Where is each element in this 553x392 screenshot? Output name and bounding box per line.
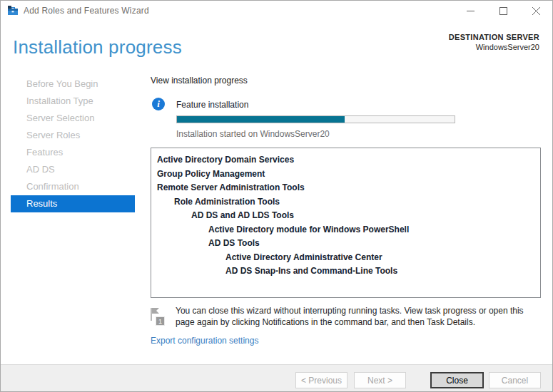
destination-server-name: WindowsServer20 [449,43,539,51]
status-caption: Installation started on WindowsServer20 [176,129,330,139]
previous-button[interactable]: < Previous [295,372,347,388]
destination-server-block: DESTINATION SERVER WindowsServer20 [449,33,539,51]
nav-item-before-you-begin[interactable]: Before You Begin [1,76,135,93]
feature-row: Active Directory module for Windows Powe… [151,223,540,237]
feature-row: Active Directory Administrative Center [151,251,540,265]
notification-count-badge: 1 [156,316,165,326]
note-text: You can close this wizard without interr… [176,305,541,328]
feature-row: AD DS Snap-Ins and Command-Line Tools [151,264,540,279]
feature-row: Active Directory Domain Services [151,153,540,167]
status-title: Feature installation [176,100,248,110]
window-controls [454,1,552,21]
destination-server-label: DESTINATION SERVER [449,33,539,41]
progress-bar [176,115,455,123]
close-button[interactable] [519,1,552,21]
nav-item-results[interactable]: Results [11,195,135,212]
section-title: View installation progress [151,76,248,86]
cancel-button[interactable]: Cancel [489,372,541,388]
nav-item-ad-ds[interactable]: AD DS [1,161,135,178]
info-icon: i [152,98,165,110]
close-wizard-button[interactable]: Close [430,372,484,388]
feature-list[interactable]: Active Directory Domain Services Group P… [151,148,541,298]
minimize-button[interactable] [454,1,487,21]
nav-item-server-selection[interactable]: Server Selection [1,110,135,127]
export-configuration-link[interactable]: Export configuration settings [151,336,258,346]
maximize-button[interactable] [487,1,519,21]
feature-row: Role Administration Tools [151,195,540,210]
feature-row: AD DS and AD LDS Tools [151,209,540,223]
nav-item-server-roles[interactable]: Server Roles [1,127,135,144]
window-title: Add Roles and Features Wizard [24,6,149,16]
next-button[interactable]: Next > [354,372,406,388]
notification-flag-icon: 1 [148,306,166,326]
progress-fill [177,116,345,123]
feature-row: Group Policy Management [151,167,540,182]
wizard-nav: Before You Begin Installation Type Serve… [1,76,135,212]
feature-row: AD DS Tools [151,237,540,251]
wizard-toolbox-icon [7,5,19,16]
nav-item-confirmation[interactable]: Confirmation [1,178,135,195]
nav-item-installation-type[interactable]: Installation Type [1,93,135,110]
feature-row: Remote Server Administration Tools [151,181,540,195]
nav-item-features[interactable]: Features [1,144,135,161]
page-title: Installation progress [13,36,182,58]
